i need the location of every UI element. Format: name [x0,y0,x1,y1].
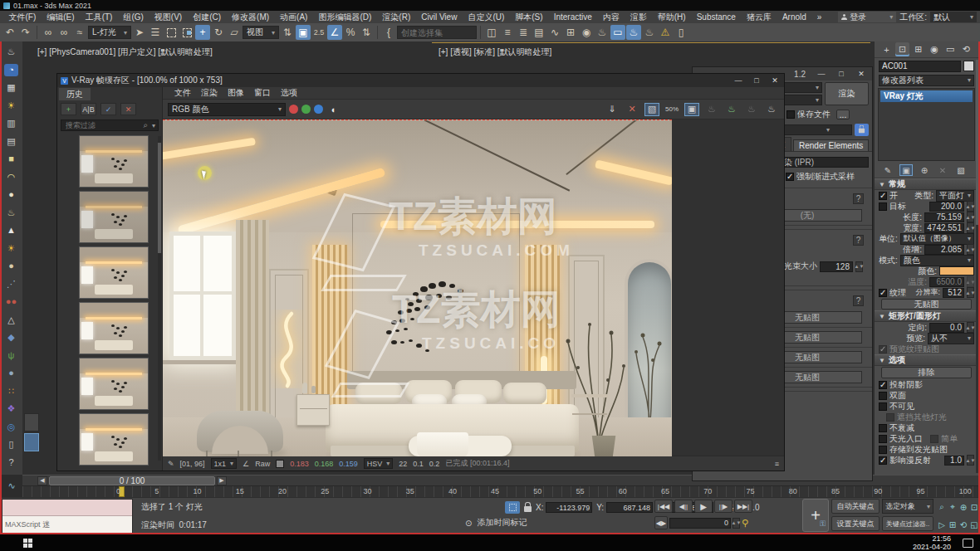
auto-key-button[interactable]: 自动关键点 [831,499,880,514]
affect-diffuse-field[interactable]: 1.0 [944,456,964,466]
grass-icon[interactable]: ψ [2,347,21,365]
menu-item[interactable]: Civil View [416,11,463,23]
units-dropdown[interactable]: 默认值（图像）▾ [900,233,974,245]
rain-icon[interactable]: ⋰ [2,276,21,294]
region-render-button[interactable]: ▧ [644,103,659,116]
bones-icon[interactable]: △ [2,311,21,329]
redo-button[interactable]: ↷ [18,25,33,40]
undo-button[interactable]: ↶ [2,25,17,40]
y-field[interactable] [606,502,653,513]
zoom-dropdown[interactable]: 1x1▾ [211,458,238,469]
dome-icon[interactable]: ◠ [2,168,21,187]
double-sided-checkbox[interactable] [879,392,887,400]
reference-coordinate-dropdown[interactable]: 视图 ▾ [243,26,279,39]
render-frame-window-button[interactable]: ▭ [610,25,625,40]
rotate-tool-button[interactable]: ↻ [211,25,226,40]
viewport-layout-icon[interactable]: ▦ [2,79,21,97]
light-on-checkbox[interactable] [879,192,887,200]
history-scrollbar[interactable] [158,136,161,461]
sphere-icon[interactable]: ● [2,186,21,204]
store-irradiance-checkbox[interactable] [879,446,887,454]
force-progressive-checkbox[interactable] [786,173,794,181]
menu-item[interactable]: 工具(T) [80,11,118,23]
clipboard-icon[interactable]: ▯ [2,436,21,454]
key-filters-button[interactable]: 关键点过滤器.. [882,516,933,531]
x-field[interactable] [546,502,592,513]
teapot2-icon[interactable]: ♨ [2,204,21,222]
set-key-button[interactable]: 设置关键点 [831,516,880,531]
lock-view-button[interactable] [855,124,869,136]
render-production-button[interactable]: ♨ [626,25,641,40]
history-thumbnail-list[interactable] [57,133,162,471]
vfb-menu-item[interactable]: 窗口 [249,87,276,99]
macro-recorder-field[interactable] [2,500,132,516]
zoom-icon[interactable]: ⌕ [937,499,947,515]
spinner[interactable]: ▲▼ [967,322,974,333]
light-type-dropdown[interactable]: 平面灯▾ [936,190,974,202]
stop-render-button[interactable]: ♨ [704,103,719,116]
maximize-icon[interactable]: □ [832,69,850,80]
render-iterative-icon[interactable]: ♨ [744,103,759,116]
exclude-button[interactable]: 排除 [881,367,972,378]
x-coordinate[interactable]: X: [536,502,592,513]
key-step-toggle[interactable]: ◀▶ [654,516,668,529]
select-object-button[interactable]: ➤ [132,25,147,40]
vray-camera-icon[interactable]: ◔ [2,61,21,80]
menu-item[interactable]: 创建(C) [188,11,227,23]
unlink-button[interactable]: ∞ [56,25,71,40]
tab-modify[interactable]: ⊡ [895,42,909,56]
menu-item[interactable]: Arnold [777,11,811,23]
texture-checkbox[interactable] [879,289,887,297]
rock-icon[interactable]: ◆ [2,329,21,347]
box-icon[interactable]: ■ [2,150,21,168]
target-distance-field[interactable]: 200.0 [929,202,964,212]
sun-icon[interactable]: ☀ [2,240,21,258]
selection-lock-icon[interactable] [524,506,532,512]
rollout-rect-disc[interactable]: ▼矩形灯/圆形灯 [875,310,978,322]
cone-icon[interactable]: ▲ [2,222,21,240]
history-search-input[interactable] [64,120,141,130]
menu-item[interactable]: 视图(V) [149,11,187,23]
help-icon[interactable]: ? [853,193,864,204]
render-button[interactable]: 渲染 [825,82,869,105]
vfb-canvas[interactable]: TZ素材网 TZSUCAI.COM TZ素材网 TZSUCAI.CO [163,119,784,456]
key-mode-icon[interactable]: ⚲ [742,518,748,529]
schematic-view-button[interactable]: ⊞ [563,25,578,40]
modifier-stack[interactable]: VRay 灯光 [878,88,975,161]
login-dropdown[interactable]: 登录 ▾ [838,12,896,22]
remove-modifier-button[interactable]: ✕ [936,164,949,176]
snap-25d-button[interactable]: 2.5 [311,25,326,40]
rollout-general[interactable]: ▼常规 [875,178,978,190]
edit-named-selection-button[interactable]: { [381,25,396,40]
maxscript-listener-field[interactable]: MAXScript 迷 [2,516,132,533]
length-field[interactable]: 75.159 [924,212,964,222]
history-load-button[interactable]: ✓ [100,103,116,115]
isolate-grip-icon[interactable]: ▯ [674,25,688,40]
align-button[interactable]: ≡ [500,25,515,40]
window-crossing-button[interactable] [179,25,194,40]
angle-snap-button[interactable]: ∠ [327,25,342,40]
history-thumbnail[interactable] [79,413,149,466]
snap-toggle-button[interactable]: ▣ [296,25,311,40]
history-thumbnail[interactable] [79,191,149,243]
sphere-blue-icon[interactable]: ● [2,364,21,383]
spinner-snap-button[interactable]: ⇅ [359,25,374,40]
time-slider-handle[interactable]: 0 / 100 [49,476,215,485]
spinner[interactable]: ▲▼ [855,261,863,272]
set-key-big-button[interactable]: +⚿ [802,499,829,532]
save-file-checkbox[interactable] [786,110,795,119]
beam-size-field[interactable]: 128 [820,261,853,272]
select-link-button[interactable]: ∞ [41,25,56,40]
pan-icon[interactable]: ⊞ [948,516,958,533]
object-name-field[interactable]: AC001 [879,61,961,72]
texture-no-map-button[interactable]: 无贴图 [881,299,972,310]
viewport-layout-tab[interactable] [24,413,39,432]
tab-create[interactable]: + [880,42,894,56]
menu-item[interactable]: 内容 [597,11,625,23]
render-iterative-button[interactable]: ♨ [642,25,657,40]
make-unique-button[interactable]: ⊕ [918,164,931,176]
vray-frame-buffer-window[interactable]: V V-Ray 帧缓存区 - [100.0% of 1000 x 753] — … [56,73,785,471]
orient-field[interactable]: 0.0 [929,323,964,333]
menu-item[interactable]: Substance [691,11,741,23]
menu-item[interactable]: 动画(A) [275,11,313,23]
